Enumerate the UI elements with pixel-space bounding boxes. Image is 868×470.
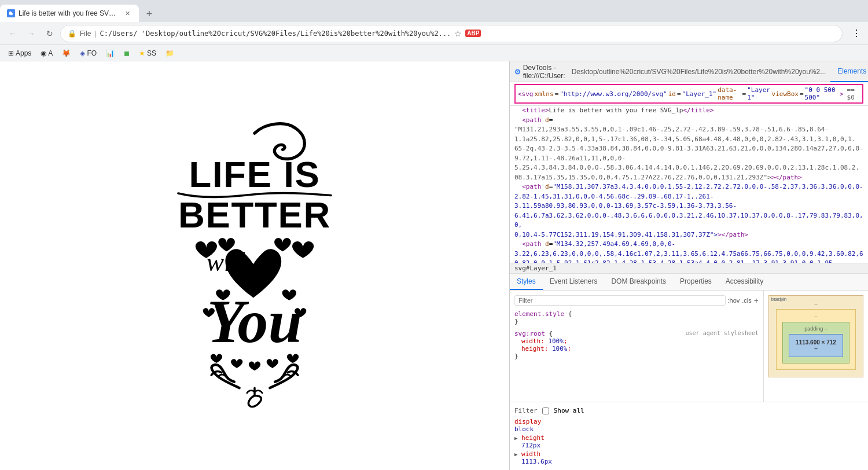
styles-hov-button[interactable]: :hov: [728, 297, 740, 304]
adblock-plus-badge[interactable]: ABP: [465, 30, 481, 37]
padding-label: padding –: [786, 326, 845, 332]
equals-sign: == $0: [847, 86, 860, 101]
bookmark-star[interactable]: ☆: [454, 29, 462, 38]
xmlns-val: "http://www.w3.org/2000/svg": [560, 90, 667, 98]
width-prop: width: 100%;: [514, 337, 568, 345]
tab-bar: Life is better with you free SVG_... ✕ +: [0, 0, 868, 22]
code-area[interactable]: <title>Life is better with you free SVG_…: [510, 106, 868, 263]
main-content: LIFE IS BETTER with: [0, 61, 868, 470]
css-display-row: display block: [514, 418, 863, 433]
styles-add-rule-button[interactable]: +: [754, 296, 759, 305]
browser-page: LIFE IS BETTER with: [0, 61, 509, 470]
bookmark-ss[interactable]: ★ SS: [135, 48, 160, 58]
code-line-path1-val2: 1.1a25.82,25.82,0,0,1,5-.17c1.36,08,3-.3…: [510, 135, 868, 145]
viewbox-attr: viewBox: [772, 90, 799, 98]
bookmark-firefox[interactable]: 🦊: [58, 48, 74, 58]
bookmark-folder[interactable]: 📁: [162, 48, 178, 58]
styles-content: :hov .cls + element.style { } svg:root {: [510, 291, 868, 402]
bookmark-apps[interactable]: ⊞ Apps: [5, 48, 35, 58]
height-triangle[interactable]: ▶: [514, 435, 517, 441]
bookmark-a[interactable]: ◉ A: [37, 48, 56, 58]
bookmark-square[interactable]: ◼: [120, 48, 133, 58]
svg-display: LIFE IS BETTER with: [0, 61, 509, 470]
devtools-subtitle: Desktop/outline%20cricut/SVG%20Files/Lif…: [572, 68, 826, 76]
tab-title: Life is better with you free SVG_...: [19, 9, 119, 17]
address-path: C:/Users/ 'Desktop/outline%20cricut/SVG%…: [100, 30, 451, 38]
styles-tab-styles[interactable]: Styles: [510, 274, 543, 290]
browser-tab-active[interactable]: Life is better with you free SVG_... ✕: [0, 5, 139, 22]
svg-text:You: You: [207, 288, 302, 355]
devtools-tab-elements[interactable]: Elements: [830, 61, 868, 82]
forward-button[interactable]: →: [23, 25, 39, 42]
svg-text:BETTER: BETTER: [178, 194, 331, 235]
height-prop-value: 712px: [514, 442, 540, 449]
selected-element-bar: <svg xmlns="http://www.w3.org/2000/svg" …: [510, 82, 868, 106]
styles-tab-properties[interactable]: Properties: [673, 274, 719, 290]
margin-box: margin – border – padding – 1113.600 × 7…: [768, 295, 863, 377]
firefox-icon: 🦊: [62, 49, 71, 57]
bookmark-apps-label: Apps: [16, 49, 31, 57]
content-dash: –: [814, 346, 818, 352]
width-triangle[interactable]: ▶: [514, 451, 517, 457]
back-button[interactable]: ←: [5, 25, 21, 42]
content-size: 1113.600 × 712: [796, 339, 836, 346]
styles-tabs: Styles Event Listeners DOM Breakpoints P…: [510, 274, 868, 291]
style-rule-element: element.style { }: [514, 310, 759, 325]
folder-icon: 📁: [165, 49, 174, 57]
styles-tab-event-listeners[interactable]: Event Listeners: [543, 274, 605, 290]
code-line-path2-val3: 6.41,6.7a3.62,3.62,0,0,0-.48,3.6,6,6,0,0…: [510, 211, 868, 230]
padding-box: padding – 1113.600 × 712 –: [782, 322, 849, 363]
styles-tab-accessibility[interactable]: Accessibility: [719, 274, 770, 290]
bookmark-ss-label: SS: [147, 49, 156, 57]
code-line-title: <title>Life is better with you free SVG_…: [510, 106, 868, 116]
devtools-logo-icon: [514, 67, 521, 77]
data-name-val: "Layer 1": [747, 86, 770, 101]
display-prop-value: block: [514, 425, 534, 433]
viewbox-val: "0 0 500 500": [805, 86, 838, 101]
bottom-filter-row: Filter Show all: [514, 407, 863, 414]
width-prop-value: 1113.6px: [514, 458, 552, 465]
nav-bar: ← → ↻ 🔒 File | C:/Users/ 'Desktop/outlin…: [0, 22, 868, 45]
height-prop-name: height: [521, 434, 545, 442]
xmlns-attr: xmlns: [535, 90, 554, 98]
bookmark-chart[interactable]: 📊: [102, 48, 118, 58]
address-bar[interactable]: 🔒 File | C:/Users/ 'Desktop/outline%20cr…: [60, 25, 843, 42]
code-line-path1-val6: 08.3.17a15.35,15.35,0,0,0,4.75,1.27A22.7…: [510, 173, 868, 183]
browser-chrome: Life is better with you free SVG_... ✕ +…: [0, 0, 868, 61]
element-style-selector: element.style: [514, 310, 564, 318]
css-height-row: ▶ height 712px: [514, 434, 863, 449]
svg-text:LIFE IS: LIFE IS: [189, 154, 320, 194]
bottom-filter-label: Filter: [514, 407, 538, 414]
svg-close: >: [840, 90, 844, 98]
tab-favicon: [7, 9, 15, 17]
box-model: margin – border – padding – 1113.600 × 7…: [768, 295, 863, 377]
chart-icon: 📊: [106, 49, 115, 57]
code-line-path1-val: "M131.21,293a3.55,3.55,0,0,1-.09c1.46-.2…: [510, 125, 868, 135]
code-line-path3-val1: 3.22,6.23,6.23,0,0,0,0,.58,4.16c1.07,2,3…: [510, 249, 868, 259]
user-agent-comment: user agent stylesheet: [686, 330, 759, 336]
devtools-logo-area: DevTools - file:///C:/User: Desktop/outl…: [514, 64, 826, 80]
code-line-path1-val5: 5.25,4.3,84,3.84,0,0,0-.58,3.06,4.14,4.1…: [510, 163, 868, 173]
bookmark-fo-icon: ◈: [80, 49, 85, 57]
bookmarks-bar: ⊞ Apps ◉ A 🦊 ◈ FO 📊 ◼ ★ SS 📁: [0, 45, 868, 61]
styles-filter-input[interactable]: [514, 295, 726, 306]
styles-cls-button[interactable]: .cls: [742, 297, 752, 304]
height-prop: height: 100%;: [514, 345, 571, 352]
extensions-button[interactable]: ⋮: [849, 27, 863, 41]
code-line-path2: <path d="M158.31,307.37a3.4,3.4,0,0,0,1.…: [510, 182, 868, 192]
devtools-header: DevTools - file:///C:/User: Desktop/outl…: [510, 61, 868, 82]
bookmark-a-label: A: [48, 49, 53, 57]
bookmark-fo[interactable]: ◈ FO: [76, 48, 100, 58]
new-tab-button[interactable]: +: [141, 6, 157, 22]
show-all-checkbox[interactable]: [542, 407, 549, 414]
refresh-button[interactable]: ↻: [42, 25, 58, 42]
tab-close-button[interactable]: ✕: [123, 9, 132, 18]
styles-tab-dom-breakpoints[interactable]: DOM Breakpoints: [604, 274, 673, 290]
square-icon: ◼: [124, 49, 130, 57]
width-prop-name: width: [521, 450, 540, 458]
show-all-label: Show all: [554, 407, 584, 414]
content-box: 1113.600 × 712 –: [789, 334, 843, 357]
id-val: "Layer_1": [682, 90, 717, 98]
styles-panel: Styles Event Listeners DOM Breakpoints P…: [510, 273, 868, 470]
devtools-title: DevTools - file:///C:/User:: [523, 64, 569, 80]
